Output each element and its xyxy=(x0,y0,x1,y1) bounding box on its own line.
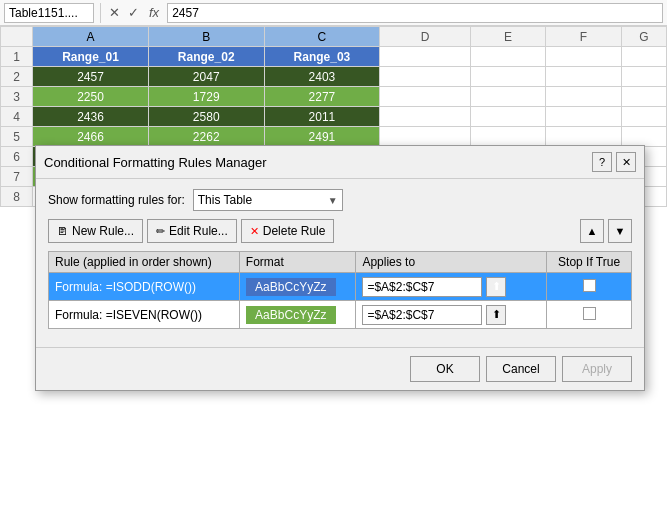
cell-r5-c4[interactable] xyxy=(380,127,471,147)
cell-r5-c3[interactable]: 2491 xyxy=(264,127,380,147)
cell-r5-c2[interactable]: 2262 xyxy=(148,127,264,147)
rule-row-1[interactable]: Formula: =ISEVEN(ROW())AaBbCcYyZz⬆ xyxy=(49,301,632,329)
cell-r4-c5[interactable] xyxy=(470,107,545,127)
move-down-button[interactable]: ▼ xyxy=(608,219,632,243)
formula-bar: ✕ ✓ fx xyxy=(0,0,667,26)
rule-stop-if-true-1 xyxy=(547,301,632,329)
delete-rule-button[interactable]: ✕ Delete Rule xyxy=(241,219,335,243)
cell-r4-c2[interactable]: 2580 xyxy=(148,107,264,127)
cell-r2-c5[interactable] xyxy=(470,67,545,87)
col-header-c[interactable]: C xyxy=(264,27,380,47)
rule-applies-to-0: ⬆ xyxy=(356,273,547,301)
fx-label: fx xyxy=(149,5,159,20)
formula-input[interactable] xyxy=(167,3,663,23)
rules-table: Rule (applied in order shown) Format App… xyxy=(48,251,632,329)
rules-dropdown-value: This Table xyxy=(198,193,324,207)
new-rule-button[interactable]: 🖹 New Rule... xyxy=(48,219,143,243)
col-header-applies-to: Applies to xyxy=(356,252,547,273)
cancel-formula-icon[interactable]: ✕ xyxy=(107,5,122,20)
row-header-5: 5 xyxy=(1,127,33,147)
dialog-close-btn[interactable]: ✕ xyxy=(616,152,636,172)
show-rules-row: Show formatting rules for: This Table ▼ xyxy=(48,189,632,211)
cell-r2-c3[interactable]: 2403 xyxy=(264,67,380,87)
delete-rule-label: Delete Rule xyxy=(263,224,326,238)
cell-r1-c5[interactable] xyxy=(470,47,545,67)
formula-bar-divider xyxy=(100,3,101,23)
rule-stop-if-true-0 xyxy=(547,273,632,301)
stop-if-true-checkbox-0[interactable] xyxy=(583,279,596,292)
cell-r1-c4[interactable] xyxy=(380,47,471,67)
cell-r4-c6[interactable] xyxy=(546,107,621,127)
applies-to-input-1[interactable] xyxy=(362,305,482,325)
show-rules-label: Show formatting rules for: xyxy=(48,193,185,207)
cell-r5-c1[interactable]: 2466 xyxy=(33,127,149,147)
cell-r1-c6[interactable] xyxy=(546,47,621,67)
show-rules-dropdown[interactable]: This Table ▼ xyxy=(193,189,343,211)
cell-r4-c3[interactable]: 2011 xyxy=(264,107,380,127)
dialog-titlebar: Conditional Formatting Rules Manager ? ✕ xyxy=(36,146,644,179)
col-header-b[interactable]: B xyxy=(148,27,264,47)
cell-r5-c7[interactable] xyxy=(621,127,666,147)
cell-r3-c7[interactable] xyxy=(621,87,666,107)
confirm-formula-icon[interactable]: ✓ xyxy=(126,5,141,20)
col-header-d[interactable]: D xyxy=(380,27,471,47)
row-header-8: 8 xyxy=(1,187,33,207)
cell-r2-c4[interactable] xyxy=(380,67,471,87)
dialog-toolbar: 🖹 New Rule... ✏ Edit Rule... ✕ Delete Ru… xyxy=(48,219,632,243)
col-header-stop-if-true: Stop If True xyxy=(547,252,632,273)
cell-r2-c7[interactable] xyxy=(621,67,666,87)
row-header-7: 7 xyxy=(1,167,33,187)
stop-if-true-checkbox-1[interactable] xyxy=(583,307,596,320)
corner-header xyxy=(1,27,33,47)
cell-r5-c6[interactable] xyxy=(546,127,621,147)
col-header-e[interactable]: E xyxy=(470,27,545,47)
cell-r1-c3[interactable]: Range_03 xyxy=(264,47,380,67)
cell-r1-c7[interactable] xyxy=(621,47,666,67)
conditional-formatting-dialog: Conditional Formatting Rules Manager ? ✕… xyxy=(35,145,645,391)
cell-r3-c6[interactable] xyxy=(546,87,621,107)
cell-r3-c4[interactable] xyxy=(380,87,471,107)
cell-r4-c1[interactable]: 2436 xyxy=(33,107,149,127)
edit-rule-button[interactable]: ✏ Edit Rule... xyxy=(147,219,237,243)
formula-bar-icons: ✕ ✓ xyxy=(107,5,141,20)
rule-formula-1: Formula: =ISEVEN(ROW()) xyxy=(49,301,240,329)
cell-r3-c5[interactable] xyxy=(470,87,545,107)
cell-r2-c1[interactable]: 2457 xyxy=(33,67,149,87)
col-header-format: Format xyxy=(239,252,356,273)
dialog-title: Conditional Formatting Rules Manager xyxy=(44,155,267,170)
move-up-button[interactable]: ▲ xyxy=(580,219,604,243)
edit-rule-label: Edit Rule... xyxy=(169,224,228,238)
new-rule-icon: 🖹 xyxy=(57,225,68,237)
dialog-controls: ? ✕ xyxy=(592,152,636,172)
rule-format-1: AaBbCcYyZz xyxy=(239,301,356,329)
ok-button[interactable]: OK xyxy=(410,356,480,382)
rule-row-0[interactable]: Formula: =ISODD(ROW())AaBbCcYyZz⬆ xyxy=(49,273,632,301)
cell-r3-c1[interactable]: 2250 xyxy=(33,87,149,107)
col-header-a[interactable]: A xyxy=(33,27,149,47)
cell-r3-c2[interactable]: 1729 xyxy=(148,87,264,107)
cell-r4-c7[interactable] xyxy=(621,107,666,127)
applies-to-input-0[interactable] xyxy=(362,277,482,297)
cell-r2-c6[interactable] xyxy=(546,67,621,87)
dropdown-arrow-icon: ▼ xyxy=(328,195,338,206)
dialog-footer: OK Cancel Apply xyxy=(36,347,644,390)
row-header-6: 6 xyxy=(1,147,33,167)
applies-to-selector-1[interactable]: ⬆ xyxy=(486,305,506,325)
cell-r3-c3[interactable]: 2277 xyxy=(264,87,380,107)
name-box[interactable] xyxy=(4,3,94,23)
col-header-f[interactable]: F xyxy=(546,27,621,47)
cell-r5-c5[interactable] xyxy=(470,127,545,147)
new-rule-label: New Rule... xyxy=(72,224,134,238)
edit-rule-icon: ✏ xyxy=(156,225,165,238)
applies-to-selector-0[interactable]: ⬆ xyxy=(486,277,506,297)
rule-formula-0: Formula: =ISODD(ROW()) xyxy=(49,273,240,301)
dialog-help-btn[interactable]: ? xyxy=(592,152,612,172)
rule-applies-to-1: ⬆ xyxy=(356,301,547,329)
apply-button[interactable]: Apply xyxy=(562,356,632,382)
cell-r2-c2[interactable]: 2047 xyxy=(148,67,264,87)
cancel-button[interactable]: Cancel xyxy=(486,356,556,382)
cell-r4-c4[interactable] xyxy=(380,107,471,127)
cell-r1-c1[interactable]: Range_01 xyxy=(33,47,149,67)
cell-r1-c2[interactable]: Range_02 xyxy=(148,47,264,67)
col-header-g[interactable]: G xyxy=(621,27,666,47)
